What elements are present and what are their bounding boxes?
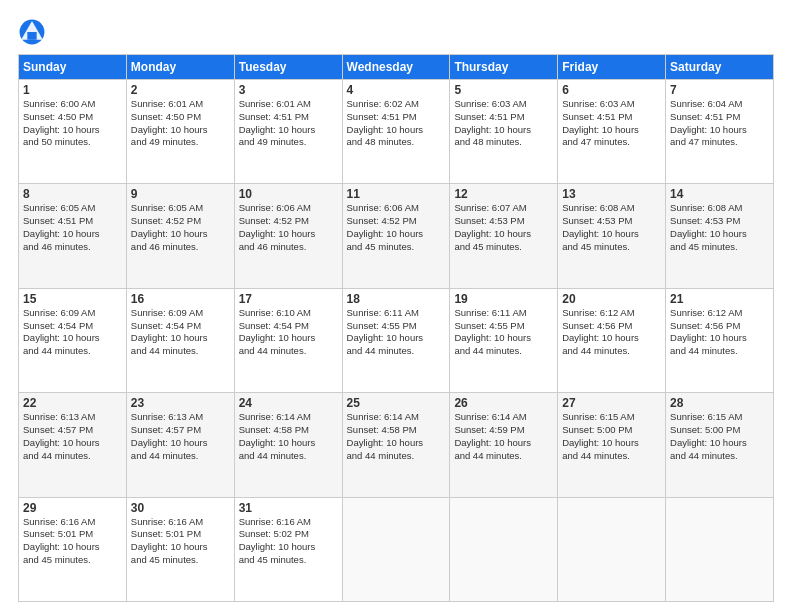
day-info: Sunrise: 6:05 AMSunset: 4:52 PMDaylight:… xyxy=(131,202,230,253)
week-row-3: 15Sunrise: 6:09 AMSunset: 4:54 PMDayligh… xyxy=(19,288,774,392)
day-info: Sunrise: 6:09 AMSunset: 4:54 PMDaylight:… xyxy=(23,307,122,358)
col-header-tuesday: Tuesday xyxy=(234,55,342,80)
day-cell: 27Sunrise: 6:15 AMSunset: 5:00 PMDayligh… xyxy=(558,393,666,497)
day-info: Sunrise: 6:15 AMSunset: 5:00 PMDaylight:… xyxy=(562,411,661,462)
day-cell: 2Sunrise: 6:01 AMSunset: 4:50 PMDaylight… xyxy=(126,80,234,184)
day-number: 1 xyxy=(23,83,122,97)
day-number: 17 xyxy=(239,292,338,306)
day-cell: 29Sunrise: 6:16 AMSunset: 5:01 PMDayligh… xyxy=(19,497,127,601)
day-info: Sunrise: 6:12 AMSunset: 4:56 PMDaylight:… xyxy=(562,307,661,358)
day-number: 19 xyxy=(454,292,553,306)
day-info: Sunrise: 6:15 AMSunset: 5:00 PMDaylight:… xyxy=(670,411,769,462)
day-cell: 15Sunrise: 6:09 AMSunset: 4:54 PMDayligh… xyxy=(19,288,127,392)
day-info: Sunrise: 6:08 AMSunset: 4:53 PMDaylight:… xyxy=(670,202,769,253)
day-cell: 12Sunrise: 6:07 AMSunset: 4:53 PMDayligh… xyxy=(450,184,558,288)
day-number: 2 xyxy=(131,83,230,97)
day-number: 29 xyxy=(23,501,122,515)
day-number: 11 xyxy=(347,187,446,201)
day-cell: 25Sunrise: 6:14 AMSunset: 4:58 PMDayligh… xyxy=(342,393,450,497)
day-info: Sunrise: 6:06 AMSunset: 4:52 PMDaylight:… xyxy=(239,202,338,253)
day-info: Sunrise: 6:02 AMSunset: 4:51 PMDaylight:… xyxy=(347,98,446,149)
day-info: Sunrise: 6:01 AMSunset: 4:50 PMDaylight:… xyxy=(131,98,230,149)
col-header-thursday: Thursday xyxy=(450,55,558,80)
day-cell: 24Sunrise: 6:14 AMSunset: 4:58 PMDayligh… xyxy=(234,393,342,497)
day-number: 31 xyxy=(239,501,338,515)
day-cell: 14Sunrise: 6:08 AMSunset: 4:53 PMDayligh… xyxy=(666,184,774,288)
header-row: SundayMondayTuesdayWednesdayThursdayFrid… xyxy=(19,55,774,80)
logo xyxy=(18,18,48,46)
day-info: Sunrise: 6:16 AMSunset: 5:02 PMDaylight:… xyxy=(239,516,338,567)
day-number: 18 xyxy=(347,292,446,306)
week-row-2: 8Sunrise: 6:05 AMSunset: 4:51 PMDaylight… xyxy=(19,184,774,288)
day-cell: 19Sunrise: 6:11 AMSunset: 4:55 PMDayligh… xyxy=(450,288,558,392)
day-number: 5 xyxy=(454,83,553,97)
day-info: Sunrise: 6:16 AMSunset: 5:01 PMDaylight:… xyxy=(23,516,122,567)
day-cell: 17Sunrise: 6:10 AMSunset: 4:54 PMDayligh… xyxy=(234,288,342,392)
day-number: 15 xyxy=(23,292,122,306)
day-info: Sunrise: 6:14 AMSunset: 4:59 PMDaylight:… xyxy=(454,411,553,462)
col-header-friday: Friday xyxy=(558,55,666,80)
day-cell: 20Sunrise: 6:12 AMSunset: 4:56 PMDayligh… xyxy=(558,288,666,392)
day-cell: 3Sunrise: 6:01 AMSunset: 4:51 PMDaylight… xyxy=(234,80,342,184)
day-cell: 31Sunrise: 6:16 AMSunset: 5:02 PMDayligh… xyxy=(234,497,342,601)
week-row-1: 1Sunrise: 6:00 AMSunset: 4:50 PMDaylight… xyxy=(19,80,774,184)
day-cell: 1Sunrise: 6:00 AMSunset: 4:50 PMDaylight… xyxy=(19,80,127,184)
day-info: Sunrise: 6:08 AMSunset: 4:53 PMDaylight:… xyxy=(562,202,661,253)
day-cell xyxy=(558,497,666,601)
col-header-sunday: Sunday xyxy=(19,55,127,80)
day-number: 25 xyxy=(347,396,446,410)
day-cell: 4Sunrise: 6:02 AMSunset: 4:51 PMDaylight… xyxy=(342,80,450,184)
day-info: Sunrise: 6:04 AMSunset: 4:51 PMDaylight:… xyxy=(670,98,769,149)
day-info: Sunrise: 6:09 AMSunset: 4:54 PMDaylight:… xyxy=(131,307,230,358)
day-number: 12 xyxy=(454,187,553,201)
day-info: Sunrise: 6:14 AMSunset: 4:58 PMDaylight:… xyxy=(347,411,446,462)
day-number: 28 xyxy=(670,396,769,410)
day-number: 21 xyxy=(670,292,769,306)
day-info: Sunrise: 6:13 AMSunset: 4:57 PMDaylight:… xyxy=(131,411,230,462)
col-header-saturday: Saturday xyxy=(666,55,774,80)
day-info: Sunrise: 6:11 AMSunset: 4:55 PMDaylight:… xyxy=(347,307,446,358)
day-info: Sunrise: 6:06 AMSunset: 4:52 PMDaylight:… xyxy=(347,202,446,253)
day-info: Sunrise: 6:01 AMSunset: 4:51 PMDaylight:… xyxy=(239,98,338,149)
day-number: 9 xyxy=(131,187,230,201)
day-cell: 18Sunrise: 6:11 AMSunset: 4:55 PMDayligh… xyxy=(342,288,450,392)
day-info: Sunrise: 6:05 AMSunset: 4:51 PMDaylight:… xyxy=(23,202,122,253)
day-number: 30 xyxy=(131,501,230,515)
day-cell: 13Sunrise: 6:08 AMSunset: 4:53 PMDayligh… xyxy=(558,184,666,288)
day-number: 20 xyxy=(562,292,661,306)
calendar-table: SundayMondayTuesdayWednesdayThursdayFrid… xyxy=(18,54,774,602)
page: SundayMondayTuesdayWednesdayThursdayFrid… xyxy=(0,0,792,612)
day-cell xyxy=(450,497,558,601)
day-number: 13 xyxy=(562,187,661,201)
day-cell xyxy=(666,497,774,601)
day-info: Sunrise: 6:03 AMSunset: 4:51 PMDaylight:… xyxy=(562,98,661,149)
day-cell: 22Sunrise: 6:13 AMSunset: 4:57 PMDayligh… xyxy=(19,393,127,497)
day-number: 16 xyxy=(131,292,230,306)
day-info: Sunrise: 6:00 AMSunset: 4:50 PMDaylight:… xyxy=(23,98,122,149)
day-number: 27 xyxy=(562,396,661,410)
day-number: 8 xyxy=(23,187,122,201)
col-header-monday: Monday xyxy=(126,55,234,80)
day-cell: 10Sunrise: 6:06 AMSunset: 4:52 PMDayligh… xyxy=(234,184,342,288)
day-number: 3 xyxy=(239,83,338,97)
day-cell: 9Sunrise: 6:05 AMSunset: 4:52 PMDaylight… xyxy=(126,184,234,288)
day-cell: 21Sunrise: 6:12 AMSunset: 4:56 PMDayligh… xyxy=(666,288,774,392)
day-number: 4 xyxy=(347,83,446,97)
day-number: 26 xyxy=(454,396,553,410)
col-header-wednesday: Wednesday xyxy=(342,55,450,80)
day-cell: 28Sunrise: 6:15 AMSunset: 5:00 PMDayligh… xyxy=(666,393,774,497)
day-cell: 16Sunrise: 6:09 AMSunset: 4:54 PMDayligh… xyxy=(126,288,234,392)
day-info: Sunrise: 6:16 AMSunset: 5:01 PMDaylight:… xyxy=(131,516,230,567)
day-info: Sunrise: 6:13 AMSunset: 4:57 PMDaylight:… xyxy=(23,411,122,462)
day-number: 24 xyxy=(239,396,338,410)
day-number: 22 xyxy=(23,396,122,410)
day-cell: 5Sunrise: 6:03 AMSunset: 4:51 PMDaylight… xyxy=(450,80,558,184)
day-number: 23 xyxy=(131,396,230,410)
day-cell: 23Sunrise: 6:13 AMSunset: 4:57 PMDayligh… xyxy=(126,393,234,497)
day-info: Sunrise: 6:07 AMSunset: 4:53 PMDaylight:… xyxy=(454,202,553,253)
day-cell: 26Sunrise: 6:14 AMSunset: 4:59 PMDayligh… xyxy=(450,393,558,497)
header xyxy=(18,18,774,46)
day-cell: 8Sunrise: 6:05 AMSunset: 4:51 PMDaylight… xyxy=(19,184,127,288)
day-number: 10 xyxy=(239,187,338,201)
day-info: Sunrise: 6:03 AMSunset: 4:51 PMDaylight:… xyxy=(454,98,553,149)
